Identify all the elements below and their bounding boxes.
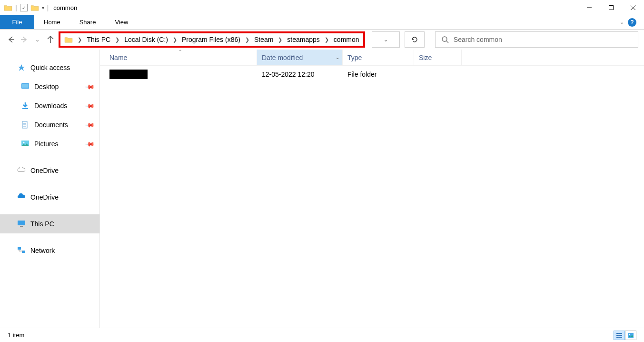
- search-box[interactable]: [435, 31, 638, 48]
- window-title: common: [53, 4, 77, 11]
- svg-marker-9: [18, 64, 25, 71]
- separator: |: [47, 4, 49, 11]
- sidebar-label: Network: [30, 247, 55, 254]
- chevron-right-icon[interactable]: ❯: [115, 37, 119, 43]
- folder-icon: [30, 4, 39, 11]
- forward-button[interactable]: [19, 35, 30, 44]
- item-count: 1 item: [8, 332, 24, 339]
- svg-rect-25: [616, 335, 618, 336]
- svg-rect-23: [616, 333, 618, 334]
- address-bar[interactable]: ❯ This PC ❯ Local Disk (C:) ❯ Program Fi…: [59, 31, 365, 48]
- sidebar-label: OneDrive: [30, 167, 59, 174]
- documents-icon: [21, 121, 30, 129]
- downloads-icon: [21, 102, 30, 110]
- svg-rect-1: [609, 6, 614, 10]
- sidebar-network[interactable]: Network: [0, 241, 99, 260]
- help-icon[interactable]: ?: [628, 18, 636, 27]
- svg-line-8: [446, 41, 448, 43]
- history-dropdown[interactable]: ⌄: [32, 37, 43, 43]
- sidebar-label: OneDrive: [30, 193, 59, 201]
- crumb-program-files[interactable]: Program Files (x86): [182, 36, 240, 43]
- file-row[interactable]: 12-05-2022 12:20 File folder: [100, 66, 644, 83]
- onedrive-icon: [17, 193, 26, 201]
- column-label: Name: [109, 54, 127, 61]
- address-dropdown-button[interactable]: ⌄: [372, 31, 400, 48]
- sidebar-documents[interactable]: Documents 📌: [0, 115, 99, 134]
- details-view-button[interactable]: [614, 331, 625, 340]
- sidebar-onedrive-1[interactable]: OneDrive: [0, 161, 99, 180]
- quick-access-icon: [17, 64, 26, 71]
- svg-point-30: [629, 333, 630, 334]
- sidebar-quick-access[interactable]: Quick access: [0, 58, 99, 77]
- sidebar-onedrive-2[interactable]: OneDrive: [0, 188, 99, 207]
- column-headers: Name ⌃ Date modified ⌄ Type Size: [100, 50, 644, 66]
- column-header-date-modified[interactable]: Date modified ⌄: [257, 50, 343, 65]
- maximize-button[interactable]: [600, 0, 622, 15]
- sidebar-pictures[interactable]: Pictures 📌: [0, 134, 99, 153]
- column-header-name[interactable]: Name ⌃: [100, 50, 257, 65]
- crumb-local-disk[interactable]: Local Disk (C:): [124, 36, 168, 43]
- main-area: Quick access Desktop 📌 Downloads 📌 Docum…: [0, 50, 644, 328]
- sidebar-this-pc[interactable]: This PC: [0, 214, 99, 233]
- status-bar: 1 item: [0, 328, 644, 342]
- large-icons-view-button[interactable]: [625, 331, 636, 340]
- column-label: Date modified: [262, 54, 303, 61]
- ribbon-right: ⌄ ?: [620, 15, 644, 29]
- ribbon-tab-share[interactable]: Share: [70, 15, 106, 29]
- column-label: Size: [419, 54, 432, 61]
- chevron-right-icon[interactable]: ❯: [78, 37, 82, 43]
- search-input[interactable]: [454, 36, 632, 43]
- sidebar-label: Documents: [34, 121, 68, 129]
- crumb-this-pc[interactable]: This PC: [87, 36, 110, 43]
- this-pc-icon: [17, 220, 26, 228]
- title-bar: | ▾ | common: [0, 0, 644, 15]
- refresh-button[interactable]: [405, 31, 425, 48]
- chevron-right-icon[interactable]: ❯: [173, 37, 177, 43]
- svg-rect-21: [18, 247, 21, 250]
- sidebar-downloads[interactable]: Downloads 📌: [0, 96, 99, 115]
- svg-rect-28: [618, 337, 622, 338]
- cell-name: [100, 70, 257, 79]
- file-tab[interactable]: File: [0, 15, 34, 29]
- separator: |: [15, 4, 17, 11]
- column-header-type[interactable]: Type: [343, 50, 414, 65]
- ribbon-tab-view[interactable]: View: [105, 15, 138, 29]
- navigation-row: ⌄ ❯ This PC ❯ Local Disk (C:) ❯ Program …: [0, 30, 644, 50]
- folder-icon: [64, 36, 73, 43]
- minimize-button[interactable]: [578, 0, 600, 15]
- svg-point-7: [442, 37, 447, 41]
- pin-icon: 📌: [85, 120, 95, 130]
- sidebar-desktop[interactable]: Desktop 📌: [0, 77, 99, 96]
- sidebar-label: Quick access: [30, 64, 70, 71]
- ribbon-tab-home[interactable]: Home: [34, 15, 70, 29]
- pictures-icon: [21, 140, 30, 148]
- back-button[interactable]: [6, 35, 16, 44]
- crumb-steamapps[interactable]: steamapps: [287, 36, 319, 43]
- close-button[interactable]: [622, 0, 644, 15]
- crumb-steam[interactable]: Steam: [254, 36, 273, 43]
- chevron-right-icon[interactable]: ❯: [325, 37, 329, 43]
- pin-icon: 📌: [85, 81, 95, 92]
- sidebar-label: Downloads: [34, 102, 67, 110]
- svg-rect-11: [22, 84, 29, 88]
- qat-dropdown-icon[interactable]: ▾: [42, 5, 44, 10]
- properties-icon[interactable]: [20, 4, 28, 11]
- pin-icon: 📌: [85, 101, 95, 111]
- up-button[interactable]: [46, 35, 56, 44]
- desktop-icon: [21, 83, 30, 91]
- chevron-down-icon[interactable]: ⌄: [336, 55, 339, 60]
- svg-rect-19: [18, 221, 25, 225]
- chevron-right-icon[interactable]: ❯: [278, 37, 282, 43]
- sidebar-label: This PC: [30, 220, 54, 228]
- sidebar-label: Desktop: [34, 83, 59, 91]
- ribbon-expand-icon[interactable]: ⌄: [620, 19, 624, 25]
- chevron-right-icon[interactable]: ❯: [245, 37, 249, 43]
- crumb-common[interactable]: common: [334, 36, 359, 43]
- sort-ascending-icon: ⌃: [178, 49, 182, 54]
- network-icon: [17, 247, 26, 254]
- svg-rect-26: [618, 335, 622, 336]
- search-icon: [441, 36, 449, 43]
- ribbon: File Home Share View ⌄ ?: [0, 15, 644, 30]
- column-header-size[interactable]: Size: [414, 50, 462, 65]
- cell-date-modified: 12-05-2022 12:20: [257, 70, 343, 78]
